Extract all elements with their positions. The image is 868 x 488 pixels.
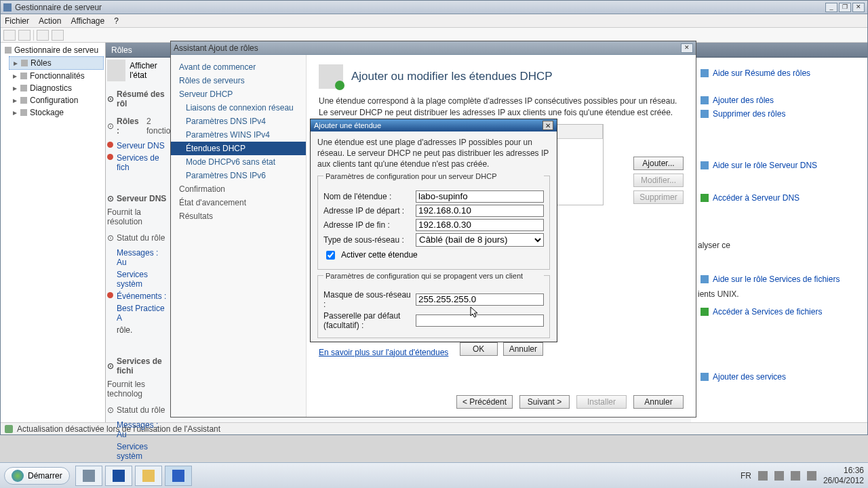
roles-icon bbox=[107, 60, 125, 81]
status-bpa[interactable]: Best Practice A bbox=[107, 302, 170, 324]
status-events[interactable]: Événements : bbox=[107, 290, 170, 302]
menu-view[interactable]: Affichage bbox=[71, 16, 104, 26]
menu-file[interactable]: Fichier bbox=[5, 16, 29, 26]
roles-summary-title[interactable]: ⊙Résumé des rôl bbox=[107, 89, 170, 108]
menu-action[interactable]: Action bbox=[39, 16, 61, 26]
add-services-link[interactable]: Ajouter des services bbox=[701, 372, 861, 382]
step-before[interactable]: Avant de commencer bbox=[171, 60, 306, 74]
remove-icon bbox=[701, 110, 709, 118]
next-button[interactable]: Suivant > bbox=[519, 395, 570, 409]
unix-text: ients UNIX. bbox=[698, 289, 861, 299]
install-button: Installer bbox=[576, 395, 627, 409]
add-roles-link[interactable]: Ajouter des rôles bbox=[701, 96, 861, 105]
dns-help-link[interactable]: Aide sur le rôle Serveur DNS bbox=[701, 161, 861, 170]
step-dnsv6[interactable]: Paramètres DNS IPv6 bbox=[171, 169, 306, 182]
help-summary-link[interactable]: Aide sur Résumé des rôles bbox=[701, 68, 861, 78]
step-roles[interactable]: Rôles de serveurs bbox=[171, 74, 306, 87]
start-orb-icon bbox=[12, 470, 24, 482]
restore-button[interactable]: ❐ bbox=[839, 3, 851, 12]
add-scope-button[interactable]: Ajouter... bbox=[633, 157, 684, 170]
dns-section-title[interactable]: ⊙Serveur DNS bbox=[107, 194, 170, 203]
step-scopes[interactable]: Étendues DHCP bbox=[171, 142, 306, 155]
tray-chevron-icon[interactable] bbox=[758, 471, 768, 481]
window-title: Gestionnaire de serveur bbox=[15, 3, 102, 12]
subnet-type-label: Type de sous-réseau : bbox=[323, 235, 412, 245]
wizard-close-button[interactable]: ✕ bbox=[681, 43, 693, 53]
gateway-input[interactable] bbox=[416, 314, 544, 327]
dns-desc: Fournit la résolution bbox=[107, 207, 170, 226]
add-icon bbox=[701, 373, 709, 381]
status-role: rôle. bbox=[107, 324, 170, 336]
ok-button[interactable]: OK bbox=[460, 342, 498, 356]
back-button[interactable] bbox=[3, 30, 16, 41]
tray-action-icon[interactable] bbox=[774, 471, 784, 481]
menu-help[interactable]: ? bbox=[114, 16, 119, 26]
step-dnsv4[interactable]: Paramètres DNS IPv4 bbox=[171, 115, 306, 128]
tree-storage[interactable]: ▸Stockage bbox=[9, 106, 104, 119]
step-confirm[interactable]: Confirmation bbox=[171, 182, 306, 196]
close-button[interactable]: ✕ bbox=[852, 3, 865, 12]
step-winsv4[interactable]: Paramètres WINS IPv4 bbox=[171, 128, 306, 142]
step-bindings[interactable]: Liaisons de connexion réseau bbox=[171, 101, 306, 115]
status2-messages[interactable]: Messages : Au bbox=[107, 419, 170, 441]
step-results[interactable]: Résultats bbox=[171, 209, 306, 223]
tray-network-icon[interactable] bbox=[791, 471, 800, 481]
task-powershell[interactable] bbox=[105, 466, 132, 486]
start-label: Démarrer bbox=[28, 471, 62, 481]
navigation-tree[interactable]: Gestionnaire de serveu ▸Rôles ▸Fonctionn… bbox=[1, 43, 106, 422]
help-button[interactable] bbox=[52, 30, 64, 41]
modal-intro: Une étendue est une plage d'adresses IP … bbox=[317, 137, 550, 170]
subnet-mask-input[interactable] bbox=[416, 293, 544, 306]
task-active-window[interactable] bbox=[165, 466, 192, 486]
lang-indicator[interactable]: FR bbox=[741, 471, 751, 481]
clock-date: 26/04/2012 bbox=[823, 476, 864, 485]
step-progress[interactable]: État d'avancement bbox=[171, 196, 306, 209]
modal-close-button[interactable]: ✕ bbox=[542, 121, 553, 130]
task-explorer[interactable] bbox=[135, 466, 162, 486]
scope-name-input[interactable] bbox=[416, 190, 544, 203]
cancel-button[interactable]: Annuler bbox=[503, 342, 543, 356]
files-access-link[interactable]: Accéder à Services de fichiers bbox=[701, 307, 861, 317]
activate-scope-checkbox[interactable] bbox=[326, 251, 335, 260]
status-title[interactable]: ⊙Statut du rôle bbox=[107, 233, 170, 243]
status-icon bbox=[5, 425, 13, 433]
subnet-type-select[interactable]: Câblé (bail de 8 jours) bbox=[416, 233, 544, 247]
start-ip-input[interactable] bbox=[416, 205, 544, 217]
minimize-button[interactable]: _ bbox=[825, 3, 837, 12]
step-dhcp[interactable]: Serveur DHCP bbox=[171, 87, 306, 101]
main-titlebar[interactable]: Gestionnaire de serveur _ ❐ ✕ bbox=[1, 1, 867, 14]
tree-roles[interactable]: ▸Rôles bbox=[9, 56, 104, 70]
tree-diagnostics[interactable]: ▸Diagnostics bbox=[9, 82, 104, 94]
status2-title[interactable]: ⊙Statut du rôle bbox=[107, 405, 170, 415]
remove-roles-link[interactable]: Supprimer des rôles bbox=[701, 109, 861, 119]
tree-config[interactable]: ▸Configuration bbox=[9, 94, 104, 106]
files-desc: Fournit les technolog bbox=[107, 380, 170, 399]
goto-icon bbox=[701, 308, 709, 316]
tree-features[interactable]: ▸Fonctionnalités bbox=[9, 70, 104, 82]
wizard-cancel-button[interactable]: Annuler bbox=[633, 395, 684, 409]
files-section-title[interactable]: ⊙Services de fichi bbox=[107, 357, 170, 375]
dns-access-link[interactable]: Accéder à Serveur DNS bbox=[701, 193, 861, 203]
refresh-button[interactable] bbox=[37, 30, 49, 41]
roles-count: ⊙Rôles : 2 fonctio bbox=[107, 117, 170, 136]
status2-services[interactable]: Services systèm bbox=[107, 441, 170, 462]
role-files-link[interactable]: Services de fich bbox=[107, 152, 170, 174]
clock[interactable]: 16:36 26/04/2012 bbox=[823, 466, 864, 485]
task-server-manager[interactable] bbox=[75, 466, 102, 486]
prev-button[interactable]: < Précédent bbox=[456, 395, 513, 409]
role-dns-link[interactable]: Serveur DNS bbox=[107, 140, 170, 152]
end-ip-input[interactable] bbox=[416, 219, 544, 231]
tree-root[interactable]: Gestionnaire de serveu bbox=[2, 44, 104, 56]
wizard-titlebar[interactable]: Assistant Ajout de rôles ✕ bbox=[171, 41, 696, 55]
modal-titlebar[interactable]: Ajouter une étendue ✕ bbox=[311, 119, 557, 131]
status-messages[interactable]: Messages : Au bbox=[107, 247, 170, 268]
status-services[interactable]: Services systèm bbox=[107, 268, 170, 290]
step-dhcpv6[interactable]: Mode DHCPv6 sans état bbox=[171, 155, 306, 169]
help-pane: Aide sur Résumé des rôles Ajouter des rô… bbox=[691, 58, 867, 422]
files-help-link[interactable]: Aide sur le rôle Services de fichiers bbox=[701, 274, 861, 284]
fs2-legend: Paramètres de configuration qui se propa… bbox=[323, 272, 544, 280]
end-ip-label: Adresse IP de fin : bbox=[323, 220, 412, 230]
forward-button[interactable] bbox=[18, 30, 31, 41]
tray-volume-icon[interactable] bbox=[807, 471, 816, 481]
start-button[interactable]: Démarrer bbox=[4, 467, 70, 485]
